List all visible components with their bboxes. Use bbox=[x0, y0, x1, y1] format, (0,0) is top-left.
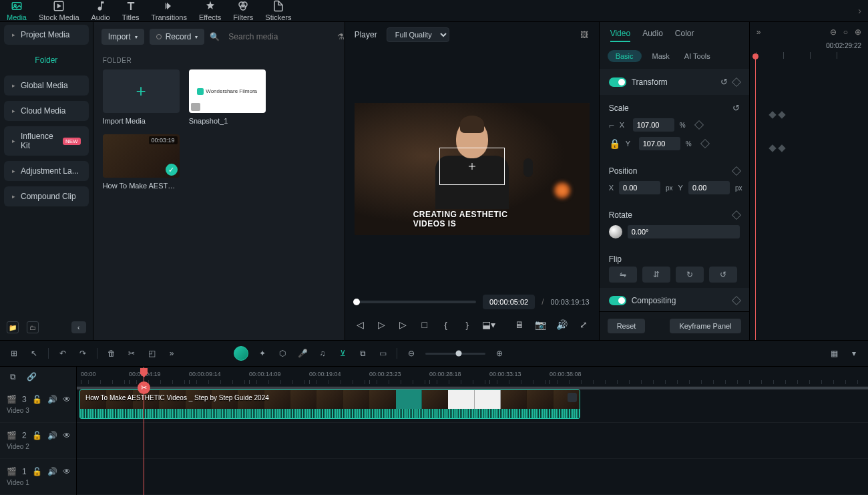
lock-icon[interactable]: 🔓 bbox=[32, 431, 42, 440]
scale-y-input[interactable] bbox=[639, 137, 680, 150]
keyframe-panel-button[interactable]: Keyframe Panel bbox=[670, 319, 740, 333]
undo-icon[interactable]: ↶ bbox=[57, 347, 69, 359]
timeline-track-v2[interactable] bbox=[77, 423, 868, 459]
tab-effects[interactable]: Effects bbox=[199, 0, 221, 21]
sidebar-adjustment-layer[interactable]: ▸Adjustment La... bbox=[4, 161, 89, 181]
position-keyframe[interactable] bbox=[732, 166, 741, 176]
scale-x-input[interactable] bbox=[633, 118, 674, 132]
tl-copy-icon[interactable]: ⧉ bbox=[7, 371, 19, 383]
mute-icon[interactable]: 🔊 bbox=[47, 431, 57, 440]
selection-box[interactable] bbox=[439, 148, 505, 185]
prev-frame-button[interactable]: ◁ bbox=[355, 319, 367, 331]
snapshot-icon[interactable]: 🖼 bbox=[579, 29, 590, 40]
flip-vertical-button[interactable]: ⇵ bbox=[642, 267, 670, 283]
fullscreen-icon[interactable]: ⤢ bbox=[578, 319, 590, 331]
zoom-fit-icon[interactable]: ○ bbox=[843, 27, 848, 37]
clip-pin-icon[interactable] bbox=[568, 393, 577, 402]
keyframe-marker[interactable] bbox=[778, 111, 785, 118]
tab-stickers[interactable]: Stickers bbox=[265, 0, 291, 21]
tab-stock-media[interactable]: Stock Media bbox=[39, 0, 79, 21]
scale-x-keyframe[interactable] bbox=[694, 120, 704, 130]
rotate-ccw-button[interactable]: ↺ bbox=[709, 267, 737, 283]
tab-titles[interactable]: Titles bbox=[122, 0, 140, 21]
zoom-in-icon[interactable]: ⊕ bbox=[493, 347, 505, 359]
mute-icon[interactable]: 🔊 bbox=[47, 467, 57, 476]
tl-magnet-icon[interactable]: ⊻ bbox=[337, 347, 349, 359]
eye-icon[interactable]: 👁 bbox=[63, 395, 71, 404]
timeline-playhead[interactable]: ✂ bbox=[144, 367, 144, 495]
tl-layout-icon[interactable]: ▦ bbox=[828, 347, 840, 359]
tl-music-icon[interactable]: ♫ bbox=[316, 347, 329, 359]
subtab-ai-tools[interactable]: AI Tools bbox=[680, 50, 714, 62]
flip-horizontal-button[interactable]: ⇋ bbox=[609, 267, 637, 283]
reset-scale-icon[interactable]: ↺ bbox=[732, 103, 740, 113]
sidebar-project-media[interactable]: ▸Project Media bbox=[4, 25, 89, 45]
subtab-basic[interactable]: Basic bbox=[608, 50, 642, 62]
tl-box-icon[interactable]: ▭ bbox=[377, 347, 389, 359]
transform-toggle[interactable] bbox=[609, 77, 626, 87]
kf-collapse-icon[interactable]: » bbox=[756, 27, 761, 37]
video-preview[interactable]: CREATING AESTHETIC VIDEOS IS bbox=[355, 103, 590, 235]
video-clip-tile[interactable]: 00:03:19 ✓ How To Make AESTHE... bbox=[103, 134, 180, 190]
sidebar-compound-clip[interactable]: ▸Compound Clip bbox=[4, 186, 89, 206]
collapse-sidebar-button[interactable]: ‹ bbox=[71, 321, 86, 333]
zoom-slider[interactable] bbox=[425, 353, 485, 355]
rotate-keyframe[interactable] bbox=[732, 210, 741, 220]
sidebar-global-media[interactable]: ▸Global Media bbox=[4, 75, 89, 96]
keyframe-marker[interactable] bbox=[778, 144, 785, 152]
mark-out-button[interactable]: } bbox=[461, 319, 473, 331]
tl-mic-icon[interactable]: 🎤 bbox=[296, 347, 308, 359]
track-head-video1[interactable]: 🎬1🔓🔊👁 Video 1 bbox=[0, 459, 76, 495]
compositing-toggle[interactable] bbox=[609, 296, 626, 305]
import-media-tile[interactable]: + Import Media bbox=[103, 69, 180, 125]
compositing-keyframe[interactable] bbox=[732, 296, 741, 305]
scale-y-keyframe[interactable] bbox=[700, 139, 710, 148]
tl-overlap-icon[interactable]: ⧉ bbox=[357, 347, 369, 359]
rotate-knob[interactable] bbox=[609, 225, 622, 238]
ai-avatar-icon[interactable] bbox=[234, 346, 248, 361]
transform-keyframe[interactable] bbox=[732, 77, 741, 86]
next-frame-button[interactable]: ▷ bbox=[376, 319, 388, 331]
lock-icon[interactable]: 🔓 bbox=[32, 395, 42, 404]
redo-icon[interactable]: ↷ bbox=[77, 347, 89, 359]
filter-icon[interactable]: ⚗ bbox=[337, 31, 345, 42]
rotate-input[interactable] bbox=[628, 225, 740, 238]
pos-y-input[interactable] bbox=[688, 181, 730, 194]
timeline-ruler[interactable]: 00:00 00:00:04:19 00:00:09:14 00:00:14:0… bbox=[77, 367, 868, 387]
snapshot-tile[interactable]: Wondershare Filmora Snapshot_1 bbox=[189, 69, 266, 125]
play-button[interactable]: ▷ bbox=[397, 319, 409, 331]
reset-button[interactable]: Reset bbox=[608, 319, 646, 333]
timeline-clip[interactable]: How To Make AESTHETIC Videos _ Step by S… bbox=[79, 389, 580, 419]
mark-in-button[interactable]: { bbox=[440, 319, 452, 331]
folder-icon[interactable]: 🗀 bbox=[27, 321, 39, 333]
quality-select[interactable]: Full Quality bbox=[387, 27, 449, 42]
zoom-knob[interactable] bbox=[455, 351, 461, 357]
camera-icon[interactable]: 📷 bbox=[535, 319, 547, 331]
timeline-tracks-area[interactable]: 00:00 00:00:04:19 00:00:09:14 00:00:14:0… bbox=[77, 367, 868, 495]
lock-link-icon[interactable]: 🔒 bbox=[609, 138, 620, 149]
search-input[interactable] bbox=[225, 29, 332, 45]
pos-x-input[interactable] bbox=[619, 181, 660, 194]
tl-layout-chevron[interactable]: ▾ bbox=[848, 347, 860, 359]
keyframe-marker[interactable] bbox=[769, 144, 776, 152]
prop-tab-video[interactable]: Video bbox=[610, 29, 630, 42]
reset-transform-icon[interactable]: ↺ bbox=[720, 77, 728, 87]
import-button[interactable]: Import▾ bbox=[101, 29, 144, 45]
tl-cursor-icon[interactable]: ↖ bbox=[28, 347, 40, 359]
eye-icon[interactable]: 👁 bbox=[63, 431, 71, 440]
tabs-overflow-chevron[interactable]: › bbox=[858, 5, 861, 16]
mute-icon[interactable]: 🔊 bbox=[47, 395, 57, 404]
prop-tab-audio[interactable]: Audio bbox=[642, 29, 663, 42]
tl-sparkle-icon[interactable]: ✦ bbox=[256, 347, 268, 359]
sidebar-folder[interactable]: Folder bbox=[4, 50, 89, 70]
tab-transitions[interactable]: Transitions bbox=[152, 0, 187, 21]
tab-filters[interactable]: Filters bbox=[233, 0, 253, 21]
timeline-track-v1[interactable] bbox=[77, 459, 868, 495]
tl-shield-icon[interactable]: ⬡ bbox=[276, 347, 288, 359]
display-icon[interactable]: 🖥 bbox=[513, 319, 525, 331]
record-button[interactable]: Record▾ bbox=[150, 29, 205, 45]
delete-icon[interactable]: 🗑 bbox=[105, 347, 118, 359]
track-head-video2[interactable]: 🎬2🔓🔊👁 Video 2 bbox=[0, 423, 76, 459]
prop-tab-color[interactable]: Color bbox=[675, 29, 694, 42]
tab-audio[interactable]: Audio bbox=[91, 0, 110, 21]
